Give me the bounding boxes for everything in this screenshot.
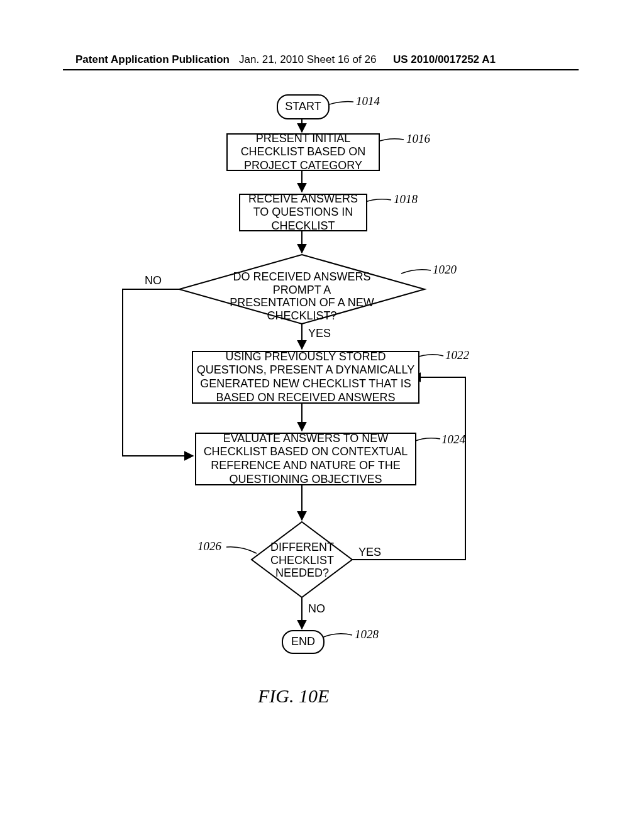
end-text: END [291,635,315,649]
ref-1028: 1028 [355,628,379,641]
receive-answers-box: RECEIVE ANSWERS TO QUESTIONS IN CHECKLIS… [239,194,367,231]
edge-yes-1: YES [308,327,331,340]
figure-caption: FIG. 10E [258,685,329,707]
start-terminator: START [277,94,330,119]
flowchart-svg [63,82,579,773]
start-text: START [285,100,321,114]
edge-no-1: NO [145,274,162,287]
decision-prompt-text: DO RECEIVED ANSWERS PROMPT A PRESENTATIO… [230,270,374,323]
present-new-box: USING PREVIOUSLY STORED QUESTIONS, PRESE… [192,351,419,404]
ref-1024: 1024 [441,433,465,446]
flowchart-sheet: START 1014 PRESENT INITIAL CHECKLIST BAS… [63,82,579,773]
decision-diff-text: DIFFERENT CHECKLIST NEEDED? [269,541,335,580]
ref-1014: 1014 [356,94,380,108]
evaluate-text: EVALUATE ANSWERS TO NEW CHECKLIST BASED … [199,432,413,486]
end-terminator: END [282,630,325,654]
header-center: Jan. 21, 2010 Sheet 16 of 26 [239,53,376,66]
ref-1016: 1016 [406,132,430,146]
evaluate-box: EVALUATE ANSWERS TO NEW CHECKLIST BASED … [195,433,416,485]
ref-1020: 1020 [433,263,457,277]
ref-1018: 1018 [394,192,418,206]
present-initial-text: PRESENT INITIAL CHECKLIST BASED ON PROJE… [228,132,379,173]
present-new-text: USING PREVIOUSLY STORED QUESTIONS, PRESE… [196,350,416,404]
present-initial-box: PRESENT INITIAL CHECKLIST BASED ON PROJE… [226,133,380,171]
header-right: US 2010/0017252 A1 [393,53,496,66]
header-rule [63,69,579,70]
ref-1022: 1022 [445,348,469,362]
header-left: Patent Application Publication [75,53,230,66]
edge-yes-2: YES [358,546,381,559]
ref-1026: 1026 [197,540,221,553]
receive-answers-text: RECEIVE ANSWERS TO QUESTIONS IN CHECKLIS… [240,192,366,233]
edge-no-2: NO [308,602,325,616]
